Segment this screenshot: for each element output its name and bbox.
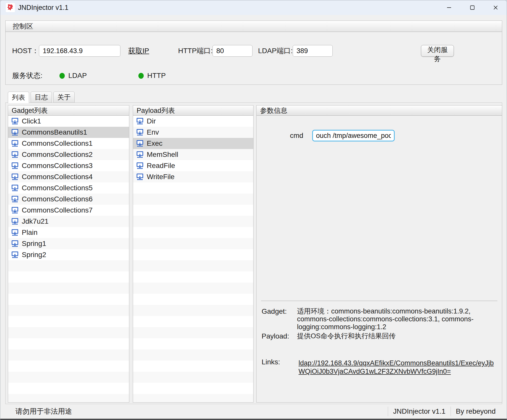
close-icon[interactable] [484,0,507,15]
statusbar-separator [388,407,388,416]
list-item-label: Spring1 [22,240,46,248]
ldap-port-label: LDAP端口: [258,45,293,57]
list-item-label: WriteFile [147,173,175,181]
tab-log[interactable]: 日志 [31,92,52,103]
payload-info-label: Payload: [262,332,289,340]
http-port-input[interactable] [213,45,252,57]
list-item[interactable]: CommonsCollections1 [8,138,129,149]
list-item[interactable]: CommonsCollections2 [8,149,129,160]
app-window: JNDInjector v1.1 控制区 HOST： 获取IP HTTP端口: … [0,0,507,420]
computer-icon [11,240,19,247]
window-title: JNDInjector v1.1 [18,4,69,12]
list-item-label: CommonsCollections5 [22,184,93,192]
ldap-status-label: LDAP [68,70,87,81]
status-warning-text: 请勿用于非法用途 [15,407,72,416]
computer-icon [11,207,19,214]
http-status-label: HTTP [147,70,166,81]
list-item-label: CommonsBeanutils1 [22,128,87,136]
list-item[interactable]: MemShell [133,149,253,160]
payload-list: Dir Env Exec [133,116,253,402]
list-item[interactable]: Dir [133,116,253,127]
list-item[interactable]: Env [133,127,253,138]
computer-icon [136,173,144,180]
list-item[interactable]: Jdk7u21 [8,216,129,227]
list-item-label: Jdk7u21 [22,217,49,225]
computer-icon [11,229,19,236]
gadget-list: Click1 CommonsBeanutils1 [8,116,129,402]
husky-logo-icon [6,3,15,12]
tab-list[interactable]: 列表 [8,92,29,103]
list-item-label: Spring2 [22,251,46,259]
computer-icon [136,118,144,125]
list-item-label: MemShell [147,151,178,159]
titlebar: JNDInjector v1.1 [0,0,507,15]
computer-icon [11,140,19,147]
computer-icon [136,129,144,136]
http-port-label: HTTP端口: [178,45,213,57]
list-item-label: CommonsCollections1 [22,139,93,148]
list-item-label: Click1 [22,117,41,125]
list-item-label: CommonsCollections4 [22,173,93,181]
list-item[interactable]: Plain [8,227,129,238]
control-groupbox: 控制区 HOST： 获取IP HTTP端口: LDAP端口: 关闭服务 服务状态… [5,20,502,85]
ldap-port-input[interactable] [293,45,333,57]
params-body: cmd Gadget: 适用环境：commons-beanutils:commo… [257,116,502,402]
computer-icon [11,251,19,258]
computer-icon [11,129,19,136]
list-item[interactable]: CommonsCollections6 [8,194,129,205]
gadget-info-label: Gadget: [262,307,287,316]
statusbar-right: JNDInjector v1.1 By rebeyond [388,407,496,416]
list-item-label: Env [147,128,159,136]
list-item-label: CommonsCollections6 [22,195,93,203]
computer-icon [11,151,19,158]
statusbar: 请勿用于非法用途 JNDInjector v1.1 By rebeyond [0,404,507,419]
host-input[interactable] [39,45,120,57]
computer-icon [11,196,19,203]
list-item-label: CommonsCollections7 [22,206,93,214]
computer-icon [11,184,19,192]
list-item[interactable]: WriteFile [133,171,253,182]
list-item[interactable]: CommonsCollections7 [8,205,129,216]
cmd-label: cmd [290,130,303,141]
payload-panel: Payload列表 Dir Env [133,105,254,403]
close-service-button[interactable]: 关闭服务 [421,45,454,57]
list-item[interactable]: Click1 [8,116,129,127]
computer-icon [136,151,144,158]
list-item-label: Dir [147,117,156,125]
control-group-title: 控制区 [6,21,502,32]
tab-about[interactable]: 关于 [53,92,75,103]
statusbar-separator [451,407,451,416]
payload-panel-title: Payload列表 [133,106,253,116]
minimize-icon[interactable] [437,0,461,15]
list-item[interactable]: ReadFile [133,160,253,171]
list-item[interactable]: CommonsCollections4 [8,171,129,182]
list-item[interactable]: Spring1 [8,238,129,249]
maximize-icon[interactable] [461,0,484,15]
cmd-input[interactable] [312,130,395,141]
list-item-label: CommonsCollections3 [22,162,93,170]
payload-info-value: 提供OS命令执行和执行结果回传 [297,332,498,340]
list-item[interactable]: CommonsBeanutils1 [8,127,129,138]
list-item-label: CommonsCollections2 [22,151,93,159]
params-panel-title: 参数信息 [257,106,502,116]
list-item-label: Plain [22,228,37,237]
list-item[interactable]: CommonsCollections5 [8,182,129,194]
computer-icon [11,118,19,125]
computer-icon [136,162,144,169]
host-label: HOST： [12,45,39,57]
status-version-text: JNDInjector v1.1 [393,407,446,415]
computer-icon [11,218,19,225]
params-panel: 参数信息 cmd Gadget: 适用环境：commons-beanutils:… [256,105,502,403]
get-ip-link[interactable]: 获取IP [128,45,149,57]
window-controls [437,0,507,15]
status-author-text: By rebeyond [456,407,496,415]
tab-strip: 列表 日志 关于 [8,92,75,103]
list-item[interactable]: CommonsCollections3 [8,160,129,171]
ldap-status-dot-icon [59,73,65,79]
http-status-dot-icon [138,73,144,79]
ldap-link[interactable]: ldap://192.168.43.9/qqxAEfikxE/CommonsBe… [299,359,498,376]
list-item[interactable]: Exec [133,138,253,149]
list-item[interactable]: Spring2 [8,249,129,260]
service-status-label: 服务状态: [12,70,43,81]
gadget-panel-title: Gadget列表 [8,106,129,116]
